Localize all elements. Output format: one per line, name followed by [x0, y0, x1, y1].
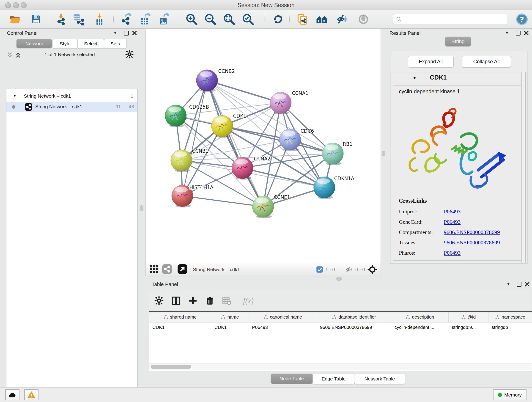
- node-CDKN1A[interactable]: [314, 177, 335, 199]
- tab-select[interactable]: Select: [77, 39, 104, 49]
- network-options-button[interactable]: [125, 50, 134, 60]
- add-column-button[interactable]: [187, 295, 199, 307]
- tab-sets[interactable]: Sets: [104, 39, 127, 49]
- node-CCNE1[interactable]: [252, 196, 274, 218]
- crosslink-link[interactable]: P06493: [444, 209, 516, 215]
- zoom-in-button[interactable]: [185, 12, 198, 26]
- table-panel-close-button[interactable]: [524, 281, 531, 288]
- node-CCNA1[interactable]: [270, 92, 291, 114]
- export-table-button[interactable]: [138, 12, 152, 26]
- export-image-button[interactable]: [157, 12, 171, 26]
- tab-network[interactable]: Network: [17, 39, 52, 48]
- edge-HIST1H1A-CCNE1[interactable]: [182, 196, 263, 207]
- crosslink-link[interactable]: 9606.ENSP00000378699: [444, 229, 516, 235]
- results-panel-close-button[interactable]: [523, 30, 530, 36]
- search-input[interactable]: [393, 14, 507, 25]
- tab-node-table[interactable]: Node Table: [271, 374, 312, 384]
- show-columns-button[interactable]: [170, 295, 182, 307]
- table-cell[interactable]: cyclin-dependent ...: [391, 322, 449, 332]
- control-panel-float-button[interactable]: [123, 30, 130, 36]
- crosslink-link[interactable]: P06493: [444, 219, 516, 225]
- node-table[interactable]: shared namenamecanonical namedatabase id…: [149, 311, 532, 371]
- tab-network-table[interactable]: Network Table: [354, 374, 405, 384]
- cloud-status-button[interactable]: [5, 389, 19, 400]
- table-cell[interactable]: P06493: [249, 322, 317, 332]
- eye-disabled-button[interactable]: [356, 12, 370, 26]
- table-cell[interactable]: stringdb: [488, 322, 532, 332]
- detach-view-button[interactable]: [177, 264, 187, 275]
- column-header-canonical-name[interactable]: canonical name: [249, 312, 317, 322]
- update-network-button[interactable]: [271, 12, 285, 26]
- node-CDC6[interactable]: [279, 129, 301, 151]
- save-session-button[interactable]: [29, 12, 43, 26]
- birdseye-crosshair-icon[interactable]: [367, 264, 377, 274]
- tab-style[interactable]: Style: [53, 39, 77, 49]
- column-type-icon: [221, 315, 225, 319]
- table-panel-menu-button[interactable]: ▼: [505, 281, 512, 288]
- delete-column-button[interactable]: [204, 295, 216, 307]
- crosslink-link[interactable]: P06493: [444, 250, 516, 256]
- column-header-database-identifier[interactable]: database identifier: [317, 312, 391, 322]
- node-CCNB1[interactable]: [171, 150, 192, 172]
- node-RB1[interactable]: [322, 143, 343, 165]
- column-type-icon: [495, 315, 500, 319]
- control-panel-menu-button[interactable]: ▼: [112, 30, 119, 36]
- zoom-fit-button[interactable]: [222, 12, 236, 26]
- table-panel-float-button[interactable]: [515, 281, 522, 288]
- tab-string[interactable]: String: [445, 37, 471, 46]
- network-row-selected[interactable]: String Network – cdk1 11 48: [6, 102, 137, 112]
- string-view-button[interactable]: [162, 264, 172, 275]
- network-view[interactable]: CCNB2CCNA1CDC25BCDK1CDC6RB1CCNB1CCNA2CDK…: [146, 29, 381, 263]
- network-overview-button[interactable]: [315, 12, 329, 26]
- table-horizontal-scrollbar[interactable]: [149, 364, 532, 370]
- column-header-name[interactable]: name: [211, 312, 249, 322]
- column-header-shared-name[interactable]: shared name: [149, 312, 211, 322]
- hidden-eye-slash-icon[interactable]: [345, 266, 353, 274]
- table-settings-button[interactable]: [153, 295, 165, 307]
- edge-CCNB2-CCNE1[interactable]: [207, 80, 263, 207]
- export-network-button[interactable]: [120, 12, 133, 26]
- network-collection-row[interactable]: ▼ String Network – cdk1 1: [6, 91, 137, 102]
- column-header-@id[interactable]: @id: [449, 312, 488, 322]
- table-cell[interactable]: stringdb:9...: [449, 322, 488, 332]
- help-button[interactable]: ?: [515, 12, 529, 26]
- warning-status-button[interactable]: [24, 389, 38, 400]
- float-icon: [516, 31, 520, 36]
- edge-CCNB2-HIST1H1A[interactable]: [182, 80, 207, 196]
- edge-CCNB2-CCNA1[interactable]: [207, 80, 280, 103]
- zoom-selected-button[interactable]: [241, 12, 255, 26]
- grid-view-button[interactable]: [149, 264, 158, 274]
- vertical-splitter-handle[interactable]: [140, 205, 143, 211]
- zoom-out-button[interactable]: [203, 12, 217, 26]
- import-table-from-file-button[interactable]: [93, 12, 106, 26]
- import-network-from-file-button[interactable]: [54, 12, 68, 26]
- results-scrollbar[interactable]: [521, 72, 526, 263]
- hide-graphics-details-button[interactable]: [336, 12, 350, 26]
- table-cell[interactable]: CDK1: [149, 322, 211, 332]
- crosslink-link[interactable]: 9606.ENSP00000378699: [444, 240, 516, 246]
- tab-edge-table[interactable]: Edge Table: [312, 374, 355, 384]
- network-graph[interactable]: CCNB2CCNA1CDC25BCDK1CDC6RB1CCNB1CCNA2CDK…: [146, 29, 380, 263]
- node-CDK1[interactable]: [211, 115, 233, 138]
- import-network-from-database-button[interactable]: [71, 12, 85, 26]
- open-session-button[interactable]: [8, 12, 22, 26]
- scrollbar-thumb[interactable]: [151, 365, 191, 369]
- chevron-down-icon: ▼: [114, 31, 117, 35]
- collapse-entry-icon[interactable]: ▼: [412, 75, 417, 80]
- column-header-description[interactable]: description: [391, 312, 449, 322]
- collapse-all-button[interactable]: Collapse All: [462, 56, 511, 67]
- clone-network-button[interactable]: [296, 12, 309, 26]
- results-panel-float-button[interactable]: [515, 30, 521, 36]
- memory-button[interactable]: Memory: [493, 389, 526, 400]
- control-panel-close-button[interactable]: [131, 30, 138, 36]
- results-panel-menu-button[interactable]: ▼: [504, 30, 510, 36]
- gene-header-row[interactable]: ▼ CDK1: [390, 72, 527, 84]
- selected-checkbox-icon[interactable]: [316, 266, 323, 273]
- expand-all-button[interactable]: Expand All: [408, 56, 454, 67]
- table-cell[interactable]: CDK1: [211, 322, 249, 332]
- table-cell[interactable]: 9606.ENSP00000378699: [317, 322, 391, 332]
- table-row[interactable]: CDK1CDK1P064939606.ENSP00000378699cyclin…: [149, 322, 532, 332]
- column-header-namespace[interactable]: namespace: [488, 312, 532, 322]
- eye-slash-icon: [336, 13, 349, 26]
- tree-expander-icon[interactable]: ▼: [13, 94, 17, 98]
